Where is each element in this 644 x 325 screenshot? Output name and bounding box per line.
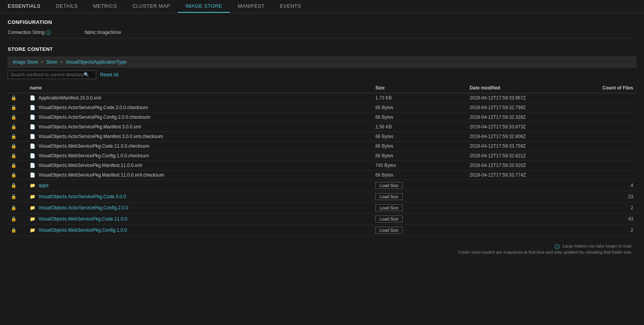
load-size-button[interactable]: Load Size: [375, 193, 403, 200]
lock-icon: 🔒: [8, 103, 27, 113]
lock-icon: 🔒: [8, 191, 27, 202]
nav-item-essentials[interactable]: ESSENTIALS: [0, 0, 48, 13]
count-cell: [592, 103, 636, 113]
count-cell: 23: [592, 191, 636, 202]
date-cell: 2019-04-12T17:59:32.821Z: [467, 151, 592, 161]
file-name-cell: 📁VisualObjects.WebServicePkg.Code.11.0.0: [27, 214, 372, 225]
count-cell: [592, 93, 636, 103]
lock-icon: 🔒: [8, 122, 27, 132]
folder-icon: 📁: [30, 183, 35, 188]
folder-link[interactable]: apps: [38, 183, 49, 188]
size-cell: 66 Bytes: [372, 113, 467, 122]
table-row: 🔒📁VisualObjects.WebServicePkg.Code.11.0.…: [8, 214, 636, 225]
store-content-section: STORE CONTENT Image Store > Store > Visu…: [8, 46, 636, 254]
file-name-cell: 📄VisualObjects.ActorServicePkg.Code.3.0.…: [27, 103, 372, 113]
folder-icon: 📁: [30, 227, 35, 233]
lock-icon: 🔒: [8, 214, 27, 225]
table-row: 🔒📄VisualObjects.ActorServicePkg.Code.3.0…: [8, 103, 636, 113]
search-input[interactable]: [10, 72, 84, 77]
footer-note-line1: i Large folders can take longer to load.: [8, 244, 632, 249]
table-row: 🔒📄VisualObjects.WebServicePkg.Manifest.1…: [8, 170, 636, 180]
folder-link[interactable]: VisualObjects.WebServicePkg.Code.11.0.0: [38, 216, 127, 222]
file-name: VisualObjects.WebServicePkg.Code.11.0.0.…: [38, 143, 149, 149]
date-cell: 2019-04-12T17:59:33.873Z: [467, 122, 592, 132]
folder-link[interactable]: VisualObjects.ActorServicePkg.Code.3.0.0: [38, 194, 126, 199]
lock-icon: 🔒: [8, 161, 27, 170]
nav-item-cluster-map[interactable]: CLUSTER MAP: [125, 0, 178, 13]
breadcrumb-image-store[interactable]: Image Store: [13, 59, 38, 65]
nav-item-details[interactable]: DETAILS: [48, 0, 85, 13]
breadcrumb-store[interactable]: Store: [46, 59, 57, 65]
date-cell: [467, 214, 592, 225]
file-name-cell: 📄ApplicationManifest.15.0.0.xml: [27, 93, 372, 103]
table-row: 🔒📄ApplicationManifest.15.0.0.xml1.73 KB2…: [8, 93, 636, 103]
lock-icon: 🔒: [8, 93, 27, 103]
size-cell: 66 Bytes: [372, 103, 467, 113]
file-name: VisualObjects.ActorServicePkg.Manifest.3…: [38, 134, 163, 139]
file-name-cell: 📄VisualObjects.WebServicePkg.Manifest.11…: [27, 170, 372, 180]
count-cell: 4: [592, 180, 636, 191]
search-box: 🔍: [8, 71, 96, 79]
load-size-button[interactable]: Load Size: [375, 182, 403, 189]
nav-item-events[interactable]: EVENTS: [272, 0, 309, 13]
load-size-button[interactable]: Load Size: [375, 204, 403, 211]
file-icon: 📄: [30, 124, 35, 130]
lock-icon: 🔒: [8, 202, 27, 214]
size-cell: Load Size: [372, 225, 467, 236]
date-cell: 2019-04-12T17:59:32.799Z: [467, 103, 592, 113]
count-cell: [592, 161, 636, 170]
file-name: VisualObjects.ActorServicePkg.Manifest.3…: [38, 124, 141, 130]
footer-info-icon: i: [555, 244, 560, 249]
nav-item-metrics[interactable]: METRICS: [85, 0, 125, 13]
count-cell: [592, 113, 636, 122]
col-header-date: Date modified: [467, 83, 592, 93]
load-size-button[interactable]: Load Size: [375, 227, 403, 234]
file-name: VisualObjects.WebServicePkg.Manifest.11.…: [38, 163, 142, 168]
file-table: name Size Date modified Count of Files 🔒…: [8, 83, 636, 236]
lock-icon: 🔒: [8, 141, 27, 151]
size-cell: 66 Bytes: [372, 132, 467, 141]
count-cell: [592, 141, 636, 151]
connection-string-label: Connection String i: [8, 30, 85, 35]
size-cell: 1.56 KB: [372, 122, 467, 132]
breadcrumb: Image Store > Store > VisualObjectsAppli…: [13, 59, 126, 65]
folder-link[interactable]: VisualObjects.WebServicePkg.Config.1.0.0: [38, 227, 127, 233]
lock-icon: 🔒: [8, 132, 27, 141]
size-cell: 745 Bytes: [372, 161, 467, 170]
nav-item-image-store[interactable]: IMAGE STORE: [178, 0, 230, 13]
footer-note-line2: Folder sizes loaded are snapshots at tha…: [8, 250, 632, 254]
size-cell: Load Size: [372, 214, 467, 225]
file-icon: 📄: [30, 115, 35, 120]
folder-link[interactable]: VisualObjects.ActorServicePkg.Config.2.0…: [38, 205, 128, 210]
lock-icon: 🔒: [8, 151, 27, 161]
store-content-title: STORE CONTENT: [8, 46, 636, 52]
connection-string-value: fabric:ImageStore: [85, 30, 121, 35]
lock-icon: 🔒: [8, 180, 27, 191]
breadcrumb-bar: Image Store > Store > VisualObjectsAppli…: [8, 57, 636, 67]
size-cell: Load Size: [372, 180, 467, 191]
nav-item-manifest[interactable]: MANIFEST: [230, 0, 272, 13]
file-name-cell: 📄VisualObjects.WebServicePkg.Manifest.11…: [27, 161, 372, 170]
count-cell: [592, 151, 636, 161]
file-name-cell: 📄VisualObjects.WebServicePkg.Code.11.0.0…: [27, 141, 372, 151]
table-row: 🔒📁VisualObjects.ActorServicePkg.Config.2…: [8, 202, 636, 214]
breadcrumb-visual-objects[interactable]: VisualObjectsApplicationType: [65, 59, 126, 65]
search-icon: 🔍: [84, 72, 89, 77]
date-cell: [467, 202, 592, 214]
folder-icon: 📁: [30, 205, 35, 210]
date-cell: 2019-04-12T17:59:33.774Z: [467, 170, 592, 180]
count-cell: [592, 122, 636, 132]
date-cell: 2019-04-12T17:59:32.806Z: [467, 132, 592, 141]
file-name: VisualObjects.WebServicePkg.Config.1.0.0…: [38, 153, 149, 158]
info-icon[interactable]: i: [46, 30, 51, 35]
reset-all-button[interactable]: Reset All: [100, 72, 118, 77]
count-cell: 2: [592, 202, 636, 214]
col-header-size: Size: [372, 83, 467, 93]
size-cell: 66 Bytes: [372, 141, 467, 151]
load-size-button[interactable]: Load Size: [375, 216, 403, 222]
configuration-title: CONFIGURATION: [8, 19, 636, 25]
table-row: 🔒📄VisualObjects.WebServicePkg.Code.11.0.…: [8, 141, 636, 151]
configuration-section: CONFIGURATION Connection String i fabric…: [8, 19, 636, 39]
col-header-name: name: [27, 83, 372, 93]
file-icon: 📄: [30, 105, 35, 110]
